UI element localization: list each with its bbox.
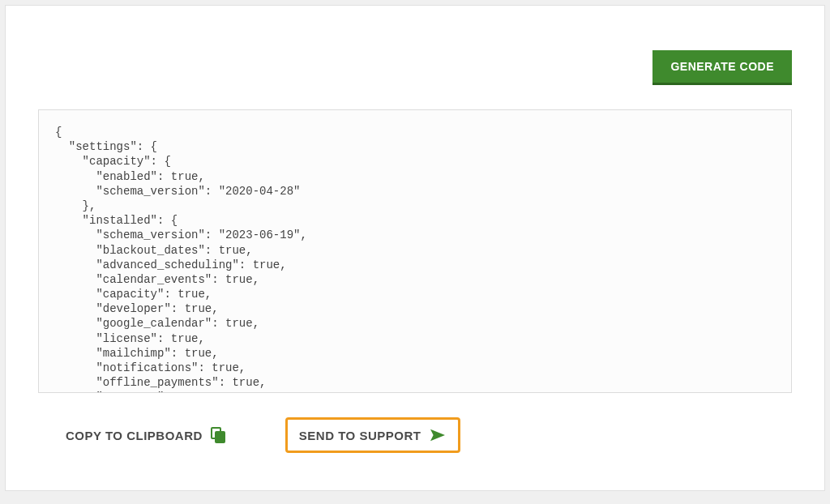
send-icon — [429, 428, 447, 442]
send-label: SEND TO SUPPORT — [299, 429, 421, 442]
copy-label: COPY TO CLIPBOARD — [66, 429, 203, 442]
panel: GENERATE CODE { "settings": { "capacity"… — [5, 5, 825, 491]
code-output[interactable]: { "settings": { "capacity": { "enabled":… — [38, 109, 792, 393]
svg-marker-0 — [430, 429, 445, 441]
copy-icon — [211, 427, 225, 443]
code-text: { "settings": { "capacity": { "enabled":… — [55, 125, 775, 393]
code-output-wrap: { "settings": { "capacity": { "enabled":… — [38, 109, 792, 393]
send-to-support-button[interactable]: SEND TO SUPPORT — [285, 417, 461, 453]
generate-code-button[interactable]: GENERATE CODE — [652, 50, 792, 85]
top-row: GENERATE CODE — [38, 6, 792, 109]
bottom-row: COPY TO CLIPBOARD SEND TO SUPPORT — [38, 393, 792, 453]
page: GENERATE CODE { "settings": { "capacity"… — [0, 0, 830, 504]
copy-to-clipboard-button[interactable]: COPY TO CLIPBOARD — [54, 419, 237, 451]
